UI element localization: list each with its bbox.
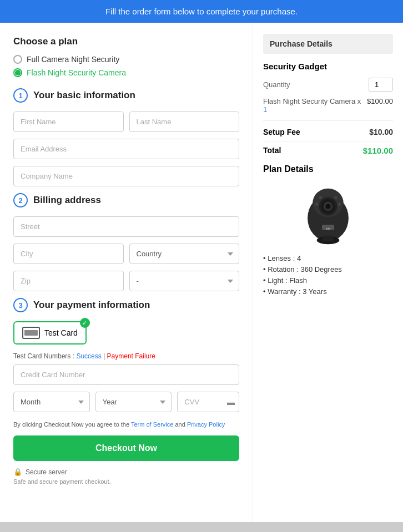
right-panel: Purchase Details Security Gadget Quantit… <box>253 23 403 522</box>
name-row <box>13 112 239 132</box>
quantity-row: Quantity <box>263 78 393 92</box>
street-input[interactable] <box>13 216 239 237</box>
step2-header: 2 Billing address <box>13 193 239 207</box>
company-input[interactable] <box>13 166 239 186</box>
city-country-row: Country United States Canada United King… <box>13 244 239 264</box>
feature-lenses: Lenses : 4 <box>263 254 393 262</box>
check-badge: ✓ <box>80 318 90 328</box>
secure-row: 🔒 Secure server <box>13 468 239 476</box>
cc-group <box>13 364 239 385</box>
item-price: $100.00 <box>367 97 393 114</box>
plan-option-flash[interactable]: Flash Night Security Camera <box>13 68 239 77</box>
camera-svg: eufy <box>295 180 361 246</box>
payment-card-button[interactable]: Test Card ✓ <box>13 321 87 344</box>
terms-middle: and <box>175 421 187 428</box>
svg-point-9 <box>334 196 337 200</box>
plan-option-full[interactable]: Full Camera Night Security <box>13 55 239 64</box>
feature-rotation: Rotation : 360 Degrees <box>263 265 393 273</box>
plan-full-label: Full Camera Night Security <box>27 55 119 64</box>
purchase-details-header: Purchase Details <box>263 34 393 54</box>
cvv-wrapper: ▬ <box>177 392 239 412</box>
card-icon-inner <box>24 330 38 336</box>
plan-options: Full Camera Night Security Flash Night S… <box>13 55 239 77</box>
cvv-card-icon: ▬ <box>227 398 235 407</box>
email-group <box>13 139 239 159</box>
item-name: Flash Night Security Camera x 1 <box>263 97 367 114</box>
setup-fee-label: Setup Fee <box>263 128 300 136</box>
privacy-link[interactable]: Privacy Policy <box>187 421 225 428</box>
left-panel: Choose a plan Full Camera Night Security… <box>0 23 253 522</box>
step3-header: 3 Your payment information <box>13 298 239 312</box>
country-select[interactable]: Country United States Canada United King… <box>129 244 240 264</box>
plan-details-title: Plan Details <box>263 164 393 174</box>
radio-full-camera[interactable] <box>13 55 22 64</box>
feature-list: Lenses : 4 Rotation : 360 Degrees Light … <box>263 254 393 296</box>
success-link[interactable]: Success <box>76 352 101 360</box>
test-card-prefix: Test Card Numbers : <box>13 352 76 360</box>
checkout-button[interactable]: Checkout Now <box>13 435 239 461</box>
street-group <box>13 216 239 237</box>
item-row: Flash Night Security Camera x 1 $100.00 <box>263 97 393 114</box>
total-value: $110.00 <box>363 146 393 155</box>
svg-text:eufy: eufy <box>326 227 331 230</box>
secure-sub: Safe and secure payment checkout. <box>13 478 239 485</box>
zip-state-row: - Alabama Alaska Arizona California Flor… <box>13 271 239 291</box>
city-input[interactable] <box>13 244 124 264</box>
total-row: Total $110.00 <box>263 141 393 155</box>
year-select[interactable]: Year 202420252026 2027202820292030 <box>95 392 172 412</box>
step1-header: 1 Your basic information <box>13 88 239 103</box>
test-card-info: Test Card Numbers : Success | Payment Fa… <box>13 352 239 360</box>
main-container: Choose a plan Full Camera Night Security… <box>0 23 403 522</box>
email-input[interactable] <box>13 139 239 159</box>
banner-text: Fill the order form below to complete yo… <box>105 7 298 16</box>
setup-fee-row: Setup Fee $10.00 <box>263 128 393 136</box>
step1-title: Your basic information <box>33 90 135 101</box>
radio-flash-camera[interactable] <box>13 68 22 77</box>
svg-point-6 <box>315 203 319 206</box>
zip-input[interactable] <box>13 271 124 291</box>
plan-flash-label: Flash Night Security Camera <box>27 68 126 77</box>
card-icon <box>22 327 40 339</box>
svg-point-8 <box>319 196 322 200</box>
step2-title: Billing address <box>33 195 101 206</box>
product-name: Security Gadget <box>263 62 393 71</box>
last-name-input[interactable] <box>129 112 240 132</box>
company-group <box>13 166 239 186</box>
expiry-cvv-row: Month 01020304 05060708 09101112 Year 20… <box>13 392 239 412</box>
setup-fee-value: $10.00 <box>369 128 393 136</box>
secure-label: Secure server <box>26 468 67 476</box>
terms-prefix: By clicking Checkout Now you agree to th… <box>13 421 131 428</box>
first-name-input[interactable] <box>13 112 124 132</box>
camera-image-wrapper: eufy <box>263 180 393 246</box>
failure-link[interactable]: Payment Failure <box>107 352 155 360</box>
step2-number: 2 <box>13 193 28 207</box>
total-label: Total <box>263 146 281 155</box>
card-label: Test Card <box>44 328 78 337</box>
divider1 <box>263 120 393 121</box>
step3-number: 3 <box>13 298 28 312</box>
month-select[interactable]: Month 01020304 05060708 09101112 <box>13 392 90 412</box>
quantity-label: Quantity <box>263 80 290 89</box>
state-select[interactable]: - Alabama Alaska Arizona California Flor… <box>129 271 240 291</box>
quantity-input[interactable] <box>369 78 393 92</box>
item-qty: 1 <box>263 105 267 114</box>
step3-title: Your payment information <box>33 300 150 311</box>
svg-rect-11 <box>323 236 333 241</box>
feature-light: Light : Flash <box>263 276 393 285</box>
step1-number: 1 <box>13 88 28 103</box>
tos-link[interactable]: Term of Service <box>131 421 173 428</box>
svg-point-5 <box>325 204 330 209</box>
cc-number-input[interactable] <box>13 364 239 385</box>
choose-plan-title: Choose a plan <box>13 36 239 47</box>
top-banner: Fill the order form below to complete yo… <box>0 0 403 23</box>
terms-text: By clicking Checkout Now you agree to th… <box>13 421 239 428</box>
svg-point-7 <box>338 203 341 206</box>
lock-icon: 🔒 <box>13 468 22 476</box>
feature-warranty: Warranty : 3 Years <box>263 287 393 296</box>
